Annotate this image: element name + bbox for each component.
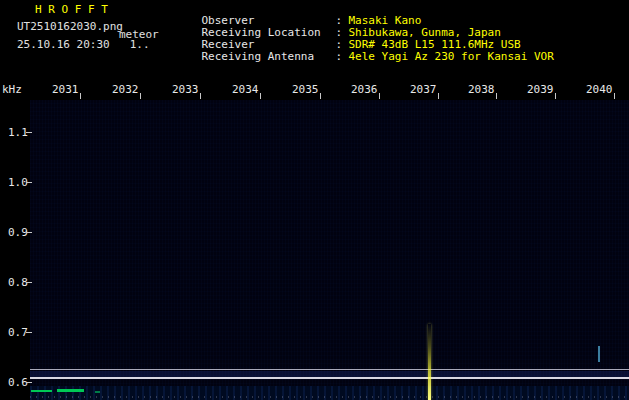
- x-tick-mark: [260, 93, 261, 99]
- x-tick-mark: [140, 93, 141, 99]
- x-tick-label: 2033: [172, 84, 199, 95]
- x-tick-mark: [200, 93, 201, 99]
- y-tick-mark: [26, 232, 32, 233]
- y-tick-label: 1.1: [8, 127, 28, 138]
- info-row-antenna: Receiving Antenna:4ele Yagi Az 230 for K…: [175, 40, 554, 73]
- y-tick-mark: [26, 332, 32, 333]
- x-tick-mark: [438, 93, 439, 99]
- info-value: 4ele Yagi Az 230 for Kansai VOR: [349, 50, 554, 63]
- faint-echo-dash: [598, 346, 600, 362]
- y-axis-unit-label: kHz: [2, 84, 22, 95]
- x-tick-mark: [555, 93, 556, 99]
- y-tick-label: 0.8: [8, 277, 28, 288]
- y-tick-label: 0.6: [8, 377, 28, 388]
- noise-trace-green-2: [57, 389, 84, 392]
- counter-text: 1..: [130, 38, 150, 51]
- hrofft-window: H R O F F T UT2510162030.png meteor 25.1…: [0, 0, 629, 400]
- y-tick-label: 0.9: [8, 227, 28, 238]
- x-tick-label: 2037: [410, 84, 437, 95]
- strip-minor-ticks: [30, 396, 629, 398]
- x-tick-label: 2040: [586, 84, 613, 95]
- x-tick-mark: [496, 93, 497, 99]
- x-tick-label: 2039: [527, 84, 554, 95]
- x-tick-label: 2035: [292, 84, 319, 95]
- y-tick-mark: [26, 282, 32, 283]
- info-separator: :: [336, 51, 349, 62]
- reference-line-upper: [30, 369, 629, 370]
- output-filename: UT2510162030.png: [17, 21, 123, 32]
- y-tick-mark: [26, 382, 32, 383]
- x-tick-label: 2031: [52, 84, 79, 95]
- x-tick-mark: [614, 93, 615, 99]
- datetime-text: 25.10.16 20:30: [17, 38, 110, 51]
- x-tick-label: 2038: [468, 84, 495, 95]
- x-tick-mark: [80, 93, 81, 99]
- y-tick-label: 0.7: [8, 327, 28, 338]
- reference-line-lower: [30, 377, 629, 379]
- x-tick-label: 2036: [351, 84, 378, 95]
- x-tick-mark: [379, 93, 380, 99]
- app-title: H R O F F T: [35, 4, 108, 15]
- datetime-line: 25.10.16 20:301..: [17, 39, 150, 50]
- x-tick-label: 2034: [232, 84, 259, 95]
- spectrogram-plot: [30, 100, 629, 400]
- y-tick-mark: [26, 182, 32, 183]
- info-label: Receiving Antenna: [202, 51, 336, 62]
- x-tick-label: 2032: [112, 84, 139, 95]
- noise-trace-green-1: [31, 390, 52, 392]
- x-tick-mark: [320, 93, 321, 99]
- meteor-echo-streak: [428, 324, 431, 400]
- y-tick-label: 1.0: [8, 177, 28, 188]
- y-tick-mark: [26, 132, 32, 133]
- noise-trace-green-3: [95, 391, 100, 393]
